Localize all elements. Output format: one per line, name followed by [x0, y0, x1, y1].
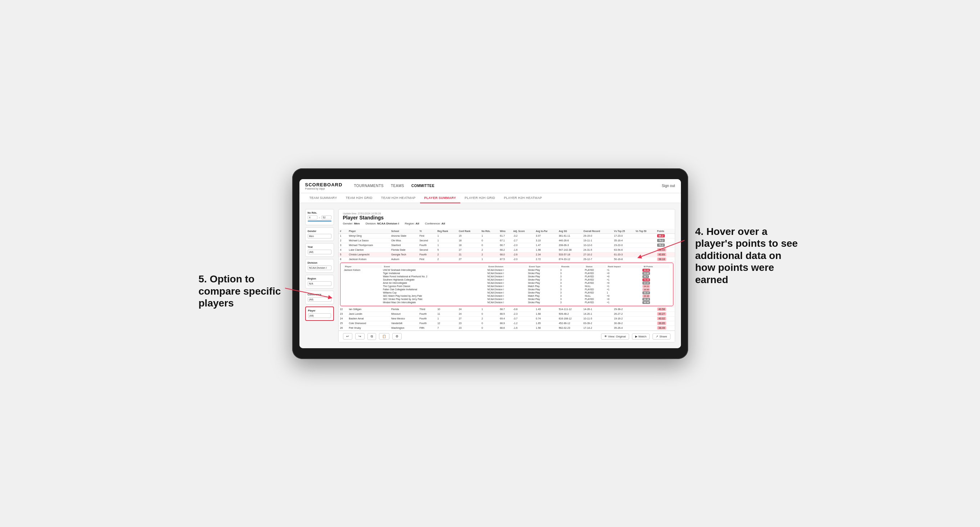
tooltip-table-row: Williams Cup NCAA Division I Stroke Play… [344, 291, 670, 294]
cell-yr: Second [418, 248, 436, 252]
subnav-team-h2h-heatmap[interactable]: TEAM H2H HEATMAP [377, 193, 420, 203]
settings-icon: ⚙ [396, 335, 398, 338]
tooltip-cell-player [344, 285, 382, 287]
tooltip-cell-wpoints: 73.33 [643, 278, 669, 281]
cell-avg-sg: 562-02-23 [557, 325, 582, 330]
cell-wins: 68.0 [498, 252, 512, 257]
cell-conf-rank: 23 [457, 321, 480, 325]
cell-vs50 [634, 321, 656, 325]
paste-button[interactable]: 📋 [379, 333, 390, 340]
filter-year-select[interactable]: (All) [308, 250, 331, 254]
settings-button[interactable]: ⚙ [392, 333, 402, 340]
col-conf-rank: Conf Rank [457, 229, 480, 234]
cell-points[interactable]: 40.89 [656, 252, 675, 257]
tooltip-expanded-cell: Player Event Event Division Event Type R… [339, 262, 675, 307]
subnav-player-h2h-heatmap[interactable]: PLAYER H2H HEATMAP [500, 193, 546, 203]
cell-conf-rank: 21 [457, 252, 480, 257]
nav-committee[interactable]: COMMITTEE [411, 183, 435, 189]
cell-points[interactable]: 38.18 [656, 257, 675, 262]
col-adj-score: Adj. Score [512, 229, 535, 234]
content-header: Update time: 27/01/2024 16:56:26 Player … [339, 210, 675, 229]
filter-no-rds-min[interactable] [308, 216, 318, 219]
share-label: Share [659, 335, 667, 338]
cell-points[interactable]: 79.2 [656, 238, 675, 243]
tablet-frame: SCOREBOARD Powered by clippi TOURNAMENTS… [292, 168, 688, 359]
cell-points[interactable]: 88.2 [656, 233, 675, 238]
paste-icon: 📋 [382, 335, 386, 338]
tooltip-col-event: Event [383, 265, 487, 268]
cell-avg-par: 1.98 [535, 248, 557, 252]
nav-tournaments[interactable]: TOURNAMENTS [354, 183, 383, 189]
tooltip-cell-div: NCAA Division I [487, 282, 527, 284]
cell-avg-sg: 533-57-16 [557, 252, 582, 257]
cell-vs25: 23-22-0 [612, 243, 634, 248]
cell-reg-rank: 1 [436, 233, 457, 238]
tooltip-cell-event: Southern Highlands Collegiate [383, 278, 487, 281]
subnav-player-h2h-grid[interactable]: PLAYER H2H GRID [460, 193, 500, 203]
share-button[interactable]: ↗ Share [652, 333, 670, 340]
cell-avg-par: 1.65 [535, 321, 557, 325]
tooltip-cell-type: Stroke Play [528, 291, 560, 294]
cell-vs25: 30-38-2 [612, 321, 634, 325]
tooltip-cell-rounds: 3 [560, 278, 584, 281]
filter-division-select[interactable]: NCAA Division I [308, 265, 331, 270]
table-row: 1 Wenyi Ding Arizona State First 1 15 1 … [339, 233, 675, 238]
cell-avg-sg: 509-48-2 [557, 311, 582, 316]
cell-school: Missouri [390, 311, 418, 316]
filter-region-select[interactable]: N/A [308, 281, 331, 286]
col-reg-rank: Reg Rank [436, 229, 457, 234]
cell-reg-rank: 1 [436, 316, 457, 321]
cell-num: 23 [339, 311, 348, 316]
tooltip-cell-rounds: 3 [560, 298, 584, 300]
filter-no-rds-max[interactable] [321, 216, 331, 219]
tooltip-cell-status: NULL [585, 285, 606, 287]
subnav-player-summary[interactable]: PLAYER SUMMARY [420, 193, 461, 203]
cell-yr: Fourth [418, 252, 436, 257]
filter-player-select[interactable]: (All) [308, 313, 331, 318]
cell-adj-score: -2.7 [512, 238, 535, 243]
filter-division: Division NCAA Division I [305, 259, 334, 273]
sub-nav: TEAM SUMMARY TEAM H2H GRID TEAM H2H HEAT… [299, 193, 681, 203]
subnav-team-summary[interactable]: TEAM SUMMARY [305, 193, 342, 203]
tooltip-cell-wpoints: 45.40 [643, 301, 669, 303]
tooltip-cell-impact: +0 [607, 275, 642, 278]
tooltip-cell-wpoints: 53.60 [643, 272, 669, 275]
col-points: Points [656, 229, 675, 234]
tooltip-cell-event: Fallen Oak Collegiate Invitational [383, 288, 487, 290]
cell-vs50 [634, 233, 656, 238]
subnav-team-h2h-grid[interactable]: TEAM H2H GRID [341, 193, 377, 203]
undo-button[interactable]: ↩ [343, 333, 352, 340]
cell-num: 25 [339, 321, 348, 325]
tooltip-table-row: Amer An Intercollegiate NCAA Division I … [344, 282, 670, 284]
watch-button[interactable]: ▶ Watch [632, 333, 650, 340]
cell-points[interactable]: 40.02 [656, 316, 675, 321]
cell-reg-rank: 5 [436, 248, 457, 252]
redo-button[interactable]: ↪ [355, 333, 364, 340]
col-no-rds: No Rds. [480, 229, 498, 234]
cell-wins: 66.7 [498, 243, 512, 248]
cell-overall: 27-10-2 [582, 252, 612, 257]
tooltip-col-rounds: Rounds [560, 265, 584, 268]
filter-conference-select[interactable]: (All) [308, 297, 331, 302]
cell-reg-rank: 10 [436, 307, 457, 311]
cell-points[interactable]: 40.27 [656, 311, 675, 316]
cell-points[interactable]: 38.34 [656, 248, 675, 252]
filter-no-rds-label: No Rds. [308, 211, 331, 214]
cell-points[interactable]: 38.49 [656, 325, 675, 330]
tooltip-cell-event: The Cypress Point Classic [383, 285, 487, 287]
cell-points[interactable]: 39.95 [656, 321, 675, 325]
sign-out[interactable]: Sign out [662, 184, 675, 188]
tooltip-table-row: Wake Forest Invitational at Pinehurst No… [344, 275, 670, 278]
tooltip-cell-wpoints: 24.11 [643, 285, 669, 287]
cell-points[interactable]: 70.2 [656, 243, 675, 248]
filter-gender-select[interactable]: Men Women [308, 234, 331, 238]
nav-teams[interactable]: TEAMS [391, 183, 404, 189]
copy-button[interactable]: ⧉ [368, 333, 376, 340]
tooltip-cell-player [344, 301, 382, 303]
bottom-toolbar: ↩ ↪ ⧉ 📋 ⚙ [339, 330, 675, 342]
cell-points[interactable]: 40.58 [656, 307, 675, 311]
tooltip-cell-status: PLAYED [585, 269, 606, 271]
cell-num: 4 [339, 248, 348, 252]
view-button[interactable]: 👁 View: Original [601, 333, 629, 340]
cell-adj-score: -2.3 [512, 311, 535, 316]
